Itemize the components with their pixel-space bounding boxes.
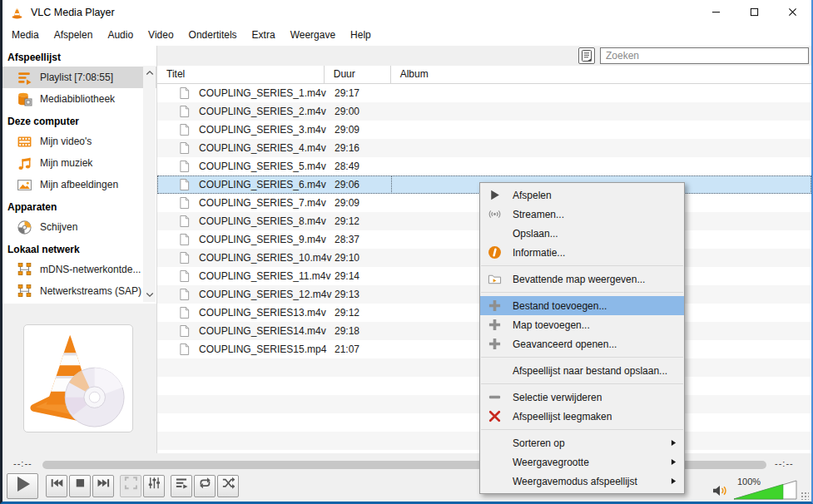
button-group (171, 475, 239, 497)
row-duration: 28:49 (335, 157, 359, 175)
context-menu-item-afspeellijst-leegmaken[interactable]: Afspeellijst leegmaken (480, 407, 684, 426)
minimize-button[interactable] (697, 0, 735, 25)
context-menu-item-weergavegrootte[interactable]: Weergavegrootte (480, 452, 684, 472)
vlc-cone-icon (10, 6, 24, 20)
playlist-toggle-button[interactable] (171, 475, 192, 497)
context-menu-item-bevattende-map-weergeven[interactable]: Bevattende map weergeven... (480, 269, 684, 289)
menubar-item-video[interactable]: Video (141, 25, 181, 46)
row-title: COUPLING_SERIES_1.m4v (199, 84, 326, 102)
stop-button[interactable] (69, 475, 91, 497)
fullscreen-button[interactable] (120, 475, 141, 497)
info-icon (488, 245, 502, 259)
menubar-item-afspelen[interactable]: Afspelen (47, 25, 101, 46)
broadcast-icon (488, 207, 502, 221)
menubar-item-weergave[interactable]: Weergave (283, 25, 343, 46)
speaker-icon[interactable] (711, 484, 729, 497)
context-menu-item-afspeellijst-naar-bestand-opslaan[interactable]: Afspeellijst naar bestand opslaan... (480, 361, 684, 380)
volume-slider[interactable] (733, 480, 797, 500)
menubar-item-extra[interactable]: Extra (245, 25, 283, 46)
column-header-titel[interactable]: Titel (157, 66, 325, 83)
playlist-row[interactable]: COUPLING_SERIES_5.m4v28:49 (157, 157, 811, 175)
music-icon (17, 156, 32, 171)
file-icon (179, 215, 190, 228)
scroll-down-button[interactable] (144, 289, 155, 300)
sidebar-section-header: Apparaten (2, 195, 156, 216)
context-menu-item-opslaan[interactable]: Opslaan... (480, 224, 684, 243)
previous-button[interactable] (46, 475, 67, 497)
vlc-cone-art (24, 325, 132, 432)
context-menu-item-selectie-verwijderen[interactable]: Selectie verwijderen (480, 388, 684, 407)
sidebar-item-mijn-afbeeldingen[interactable]: Mijn afbeeldingen (2, 174, 156, 195)
row-duration: 29:17 (335, 84, 359, 102)
sidebar-item-playlist-7-08-55[interactable]: Playlist [7:08:55] (2, 67, 156, 88)
playlist-row[interactable]: COUPLING_SERIES_4.m4v29:16 (157, 139, 811, 157)
extended-settings-button[interactable] (143, 475, 165, 497)
context-menu-item-bestand-toevoegen[interactable]: Bestand toevoegen... (480, 296, 684, 315)
playlist-row[interactable]: COUPLING_SERIES_2.m4v29:00 (157, 102, 811, 121)
loop-icon (195, 476, 215, 497)
menu-separator (481, 265, 683, 266)
next-button[interactable] (92, 475, 114, 497)
context-menu-item-geavanceerd-openen[interactable]: Geavanceerd openen... (480, 334, 684, 353)
play-button[interactable] (7, 473, 38, 499)
file-icon (179, 251, 190, 264)
row-title: COUPLING_SERIES_8.m4v (199, 212, 326, 230)
playlist-row[interactable]: COUPLING_SERIES_3.m4v29:09 (157, 121, 811, 139)
clear-icon (488, 409, 502, 423)
network-icon (17, 284, 32, 299)
context-menu-item-map-toevoegen[interactable]: Map toevoegen... (480, 315, 684, 334)
row-album (391, 139, 811, 157)
playlist-icon (17, 70, 32, 86)
context-menu-item-informatie[interactable]: Informatie... (480, 243, 684, 262)
row-duration: 29:12 (335, 212, 359, 230)
sidebar-item[interactable] (2, 302, 156, 304)
loop-button[interactable] (194, 475, 216, 497)
column-header-album[interactable]: Album (391, 66, 811, 83)
context-menu-item-weergavemodus-afspeellijst[interactable]: Weergavemodus afspeellijst (480, 472, 684, 491)
button-group (46, 475, 114, 497)
sidebar-item-mediabibliotheek[interactable]: Mediabibliotheek (2, 88, 156, 110)
menu-separator (481, 383, 683, 384)
row-title: COUPLING_SERIES_11.m4v (199, 267, 331, 285)
file-icon (179, 160, 190, 173)
row-duration: 29:16 (335, 139, 359, 157)
maximize-button[interactable] (735, 0, 773, 25)
sidebar-section-header: Afspeellijst (2, 46, 156, 67)
resize-grip[interactable] (801, 492, 809, 500)
context-menu-item-afspelen[interactable]: Afspelen (480, 185, 684, 205)
sidebar-item-mdns-netwerkontde[interactable]: mDNS-netwerkontde... (2, 259, 156, 280)
menubar-item-audio[interactable]: Audio (100, 25, 141, 46)
menu-item-label: Geavanceerd openen... (513, 338, 617, 350)
column-header-duur[interactable]: Duur (325, 66, 391, 83)
sidebar-item-mijn-muziek[interactable]: Mijn muziek (2, 152, 156, 174)
search-input[interactable] (600, 47, 809, 64)
menu-item-label: Map toevoegen... (513, 319, 590, 331)
context-menu-item-streamen[interactable]: Streamen... (480, 205, 684, 224)
menubar-item-media[interactable]: Media (4, 25, 47, 46)
sidebar-item-schijven[interactable]: Schijven (2, 216, 156, 238)
row-title: COUPLING_SERIES_6.m4v (199, 175, 326, 194)
menubar-item-help[interactable]: Help (343, 25, 379, 46)
file-icon (179, 343, 190, 356)
context-menu-item-sorteren-op[interactable]: Sorteren op (480, 433, 684, 452)
menubar-item-ondertitels[interactable]: Ondertitels (181, 25, 245, 46)
row-duration: 29:10 (335, 249, 359, 267)
close-icon (788, 7, 797, 19)
sidebar-scrollbar[interactable] (143, 66, 156, 302)
row-album (391, 157, 811, 175)
close-button[interactable] (773, 0, 811, 25)
sidebar-item-netwerkstreams-sap[interactable]: Netwerkstreams (SAP) (2, 280, 156, 302)
minimize-icon (711, 7, 721, 19)
view-mode-button[interactable] (578, 47, 595, 64)
empty-icon-slot (488, 226, 502, 240)
menu-item-label: Selectie verwijderen (513, 392, 602, 403)
row-title: COUPLING_SERIES_4.m4v (199, 139, 326, 157)
plus-icon (488, 299, 502, 313)
scroll-up-button[interactable] (144, 67, 155, 78)
playlist-row[interactable]: COUPLING_SERIES_1.m4v29:17 (157, 84, 811, 102)
random-button[interactable] (217, 475, 239, 497)
playlist-header: TitelDuurAlbum (157, 66, 811, 84)
time-elapsed: --:-- (13, 458, 32, 468)
sidebar-item-mijn-video-s[interactable]: Mijn video's (2, 131, 156, 152)
row-duration: 29:14 (335, 267, 359, 285)
